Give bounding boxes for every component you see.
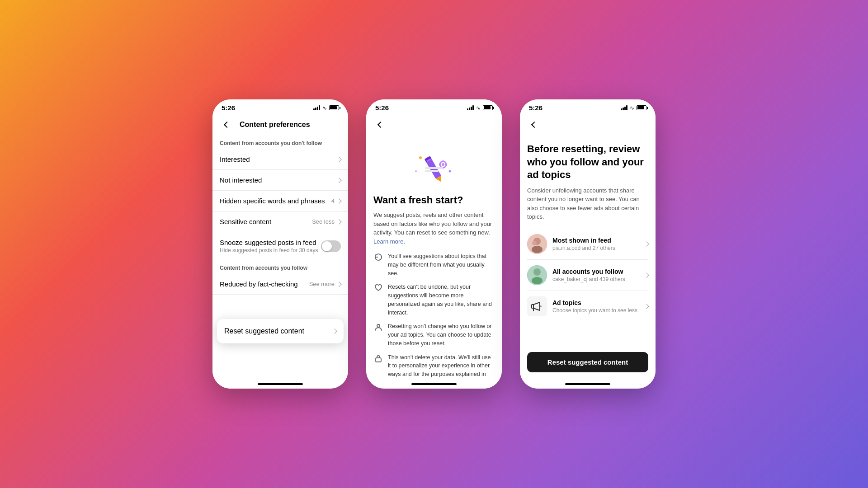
review-chevron-3 [644,304,649,309]
fresh-start-desc-text: We suggest posts, reels and other conten… [373,211,492,236]
svg-rect-24 [527,296,547,316]
fresh-start-illustration [407,146,461,187]
menu-item-snooze[interactable]: Snooze suggested posts in feed Hide sugg… [212,232,348,260]
chevron-right-icon [336,157,341,162]
menu-item-fact-check-right: See more [309,281,341,287]
battery-icon-2 [483,105,493,110]
chevron-right-icon-5 [336,282,341,286]
home-indicator-1 [212,380,348,389]
person-icon [373,322,383,332]
phone3: 5:26 ∿ Before resetting, review who you … [520,99,656,389]
fact-check-badge: See more [309,281,335,287]
learn-more-link[interactable]: Learn more. [373,238,405,245]
svg-point-22 [533,268,541,276]
review-item-all-accounts-title: All accounts you follow [552,268,625,275]
bullet-text-1: You'll see suggestions about topics that… [388,252,495,277]
snooze-toggle[interactable] [321,240,341,252]
bullet-text-3: Resetting won't change who you follow or… [388,322,495,347]
phone2: 5:26 ∿ [366,99,502,389]
svg-point-26 [540,305,542,307]
home-bar-1 [258,383,303,385]
heart-icon [373,283,383,293]
menu-item-interested-right [337,158,341,161]
review-item-ad-topics-text: Ad topics Choose topics you want to see … [552,299,637,314]
review-item-ad-topics-sub: Choose topics you want to see less [552,307,637,314]
review-item-ad-topics-left: Ad topics Choose topics you want to see … [527,296,637,316]
svg-point-19 [532,246,542,253]
chevron-right-icon-2 [336,178,341,183]
chevron-right-icon-4 [336,219,341,224]
battery-icon-3 [637,105,646,110]
bullet-item-1: You'll see suggestions about topics that… [373,252,495,277]
menu-item-sensitive-label: Sensitive content [220,218,271,225]
review-title: Before resetting, review who you follow … [527,143,648,182]
review-item-most-shown-title: Most shown in feed [552,237,615,244]
menu-item-not-interested-label: Not interested [220,176,262,184]
review-item-all-accounts[interactable]: All accounts you follow cake_baker_cj an… [527,260,648,291]
wifi-icon-2: ∿ [476,105,481,111]
avatar-most-shown [527,234,547,254]
menu-item-fact-check[interactable]: Reduced by fact-checking See more [212,274,348,295]
review-item-most-shown-left: Most shown in feed pia.in.a.pod and 27 o… [527,234,615,254]
status-bar-2: 5:26 ∿ [366,99,502,114]
bullet-text-4: This won't delete your data. We'll still… [388,353,495,380]
signal-icon-1 [313,105,320,110]
review-item-ad-topics-title: Ad topics [552,299,637,306]
fresh-start-desc: We suggest posts, reels and other conten… [373,211,495,246]
nav-bar-2 [366,114,502,136]
bullet-item-2: Resets can't be undone, but your suggest… [373,283,495,317]
page-title-1: Content preferences [240,121,310,129]
review-item-ad-topics[interactable]: Ad topics Choose topics you want to see … [527,291,648,322]
status-time-2: 5:26 [375,104,389,112]
review-item-all-accounts-text: All accounts you follow cake_baker_cj an… [552,268,625,282]
review-item-all-accounts-left: All accounts you follow cake_baker_cj an… [527,265,625,285]
svg-rect-9 [445,164,447,165]
back-chevron-icon-3 [531,122,538,128]
menu-item-snooze-sub: Hide suggested posts in feed for 30 days [220,247,318,253]
nav-bar-3 [520,114,656,136]
svg-point-10 [419,156,422,159]
home-indicator-2 [366,380,502,389]
review-chevron-2 [644,272,649,277]
svg-point-15 [377,324,380,327]
menu-item-sensitive[interactable]: Sensitive content See less [212,211,348,232]
hidden-words-badge: 4 [331,197,335,204]
reset-popup: Reset suggested content [217,319,344,343]
back-button-3[interactable] [527,117,542,132]
bullet-list: You'll see suggestions about topics that… [373,252,495,380]
chevron-right-icon-3 [336,198,341,203]
svg-point-12 [415,170,417,172]
review-content: Before resetting, review who you follow … [520,136,656,380]
menu-item-interested[interactable]: Interested [212,149,348,170]
fresh-start-title: Want a fresh start? [373,194,495,206]
lock-icon [373,353,383,363]
bullet-text-2: Resets can't be undone, but your suggest… [388,283,495,317]
reset-suggested-content-button[interactable]: Reset suggested content [217,319,344,343]
menu-item-snooze-label: Snooze suggested posts in feed [220,239,318,246]
svg-point-23 [532,277,542,284]
svg-point-20 [532,241,537,245]
review-item-most-shown[interactable]: Most shown in feed pia.in.a.pod and 27 o… [527,229,648,260]
megaphone-icon [527,296,547,316]
menu-item-not-interested[interactable]: Not interested [212,170,348,191]
menu-item-not-interested-right [337,178,341,182]
status-icons-2: ∿ [467,105,493,111]
wifi-icon-3: ∿ [630,105,634,111]
back-button-2[interactable] [373,117,388,132]
review-item-all-accounts-sub: cake_baker_cj and 439 others [552,276,625,282]
review-item-most-shown-text: Most shown in feed pia.in.a.pod and 27 o… [552,237,615,251]
home-indicator-3 [520,380,656,389]
signal-icon-3 [621,105,627,110]
section2-label: Content from accounts you follow [212,260,348,274]
menu-item-hidden-words[interactable]: Hidden specific words and phrases 4 [212,191,348,211]
wifi-icon-1: ∿ [322,105,327,111]
review-list: Most shown in feed pia.in.a.pod and 27 o… [527,229,648,322]
reset-button[interactable]: Reset suggested content [527,352,648,372]
phone1: 5:26 ∿ Content preferences Content from … [212,99,348,389]
status-icons-1: ∿ [313,105,339,111]
back-button-1[interactable] [220,117,234,132]
illustration [373,146,495,187]
review-desc: Consider unfollowing accounts that share… [527,186,648,221]
svg-point-5 [442,163,444,166]
svg-point-11 [449,170,451,173]
